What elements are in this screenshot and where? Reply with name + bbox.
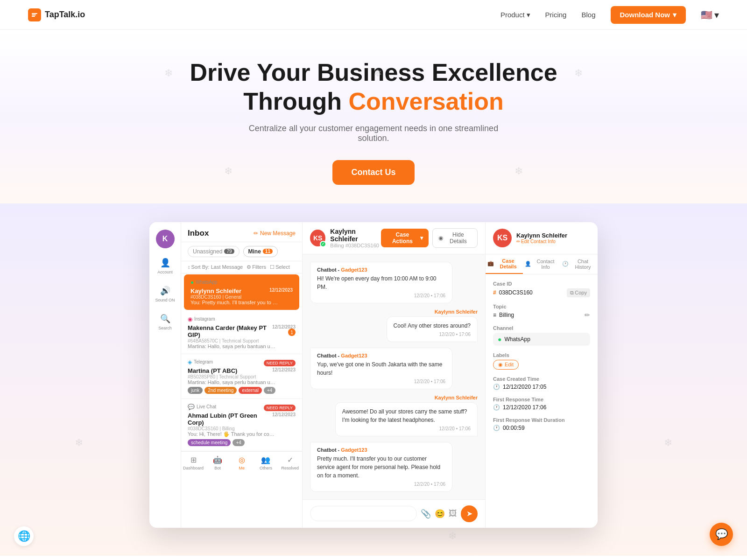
tab-contact-info[interactable]: 👤 Contact Info — [523, 254, 560, 274]
snowflake-4: ❄ — [514, 165, 523, 177]
conv-name: Martina (PT ABC) 12/12/2023 — [188, 367, 296, 374]
nav-logo[interactable]: TapTalk.io — [28, 8, 85, 21]
attachment-icon[interactable]: 📎 — [421, 509, 431, 519]
me-icon: ◎ — [239, 455, 245, 464]
nav-pricing[interactable]: Pricing — [545, 11, 567, 19]
send-button[interactable]: ➤ — [461, 505, 478, 522]
detail-wait-duration: First Response Wait Duration 🕐 00:00:59 — [493, 417, 590, 431]
chat-message: Chatbot - Gadget123 Hi! We're open every… — [310, 262, 452, 303]
flag-chevron: ▾ — [714, 9, 719, 21]
tab-unassigned[interactable]: Unassigned 79 — [188, 246, 240, 257]
chat-message: Kaylynn Schleifer Cool! Any other stores… — [310, 309, 478, 342]
detail-channel: Channel ● WhatsApp — [493, 325, 590, 346]
detail-case-created: Case Created Time 🕐 12/12/2020 17:05 — [493, 376, 590, 390]
conv-tags: schedule meeting +4 — [188, 439, 296, 446]
download-button[interactable]: Download Now ▾ — [611, 6, 686, 24]
edit-contact-button[interactable]: ✏ Edit Contact Info — [516, 239, 567, 244]
details-contact-info: Kaylynn Schleifer ✏ Edit Contact Info — [516, 232, 567, 244]
bottom-nav-bot[interactable]: 🤖 Bot — [205, 452, 230, 474]
details-panel: KS Kaylynn Schleifer ✏ Edit Contact Info… — [486, 222, 598, 528]
contact-us-button[interactable]: Contact Us — [332, 160, 414, 185]
chat-input-field[interactable] — [310, 506, 417, 521]
labels-edit-button[interactable]: ◉ Edit — [493, 360, 519, 370]
need-reply-badge: NEED REPLY — [264, 360, 296, 366]
tab-case-details[interactable]: 💼 Case Details — [486, 254, 523, 274]
conv-platform: ● WhatsApp — [190, 279, 293, 286]
product-chevron: ▾ — [527, 11, 530, 19]
new-message-button[interactable]: ✏ New Message — [254, 230, 296, 237]
conv-tags: junk 2nd meeting external +4 — [188, 387, 296, 394]
bottom-nav-me[interactable]: ◎ Me — [230, 452, 254, 474]
chat-messages: Chatbot - Gadget123 Hi! We're open every… — [303, 254, 485, 499]
unread-badge: 1 — [288, 329, 296, 336]
logo-text: TapTalk.io — [45, 10, 85, 20]
chat-input-bar: 📎 😊 🖼 ➤ — [303, 499, 485, 528]
unassigned-badge: 79 — [224, 249, 234, 254]
conv-name: Makenna Carder (Makey PT GIP) 12/12/2023 — [188, 324, 296, 338]
history-icon: 🕐 — [562, 261, 569, 267]
hero-subtext: Centralize all your customer engagement … — [233, 124, 514, 143]
chat-message: Chatbot - Gadget123 Yup, we've got one i… — [310, 348, 452, 389]
filter-button[interactable]: ⚙ Filters — [247, 264, 266, 270]
details-tabs: 💼 Case Details 👤 Contact Info 🕐 Chat His… — [486, 254, 598, 274]
resolved-icon: ✓ — [287, 455, 293, 464]
sidebar-item-sound[interactable]: 🔊 Sound ON — [153, 282, 176, 306]
conversation-item[interactable]: 💬 Live Chat NEED REPLY Ahmad Lubin (PT G… — [181, 399, 302, 451]
bottom-nav-dashboard[interactable]: ⊞ Dashboard — [181, 452, 205, 474]
floating-globe-button[interactable]: 🌐 — [14, 526, 34, 546]
app-mockup: K 👤 Account 🔊 Sound ON 🔍 Search Inbox ✏ … — [149, 222, 598, 528]
chat-message: Chatbot - Gadget123 Pretty much. I'll tr… — [310, 442, 452, 492]
tab-chat-history[interactable]: 🕐 Chat History — [560, 254, 598, 274]
floating-chat-button[interactable]: 💬 — [710, 523, 733, 546]
inbox-bottom-nav: ⊞ Dashboard 🤖 Bot ◎ Me 👥 Others ✓ Re — [181, 451, 302, 474]
logo-icon — [28, 8, 41, 21]
inbox-sort-bar: ↕ Sort By: Last Message ⚙ Filters ☐ Sele… — [181, 261, 302, 273]
inbox-panel: Inbox ✏ New Message Unassigned 79 Mine 1… — [181, 222, 303, 528]
need-reply-badge: NEED REPLY — [264, 405, 296, 411]
whatsapp-badge: ✓ — [320, 241, 326, 247]
case-icon: 💼 — [487, 260, 494, 266]
chat-bubble-icon: 💬 — [715, 528, 728, 540]
image-icon[interactable]: 🖼 — [449, 509, 457, 518]
chat-header-right: Case Actions ▾ ◉ Hide Details — [381, 228, 478, 248]
download-chevron: ▾ — [673, 11, 677, 19]
instagram-icon: ◉ — [188, 316, 192, 322]
sidebar-item-search[interactable]: 🔍 Search — [156, 310, 174, 334]
livechat-icon: 💬 — [188, 404, 195, 410]
sort-by-button[interactable]: ↕ Sort By: Last Message — [188, 264, 243, 270]
conv-name: Kaylynn Schleifer 12/12/2023 — [190, 287, 293, 294]
topic-edit-button[interactable]: ✏ — [585, 311, 590, 319]
copy-button[interactable]: ⧉ Copy — [567, 288, 590, 297]
select-button[interactable]: ☐ Select — [270, 264, 290, 270]
snowflake-3: ❄ — [224, 165, 233, 177]
bottom-nav-resolved[interactable]: ✓ Resolved — [278, 452, 302, 474]
conversation-item[interactable]: ◉ Instagram Makenna Carder (Makey PT GIP… — [181, 311, 302, 354]
case-actions-button[interactable]: Case Actions ▾ — [381, 229, 429, 247]
conv-platform: ◉ Instagram — [188, 316, 296, 322]
tab-mine[interactable]: Mine 11 — [243, 246, 278, 257]
contact-icon: 👤 — [525, 261, 531, 267]
detail-topic: Topic ≡ Billing ✏ — [493, 304, 590, 319]
language-selector[interactable]: 🇺🇸 ▾ — [701, 9, 719, 21]
chat-header: KS ✓ Kaylynn Schleifer Billing #038DC3S1… — [303, 222, 485, 254]
details-header: KS Kaylynn Schleifer ✏ Edit Contact Info — [486, 222, 598, 254]
sidebar-item-account[interactable]: 👤 Account — [155, 254, 175, 278]
chat-panel: KS ✓ Kaylynn Schleifer Billing #038DC3S1… — [303, 222, 486, 528]
details-content: Case ID # 038DC3S160 ⧉ Copy Topic — [486, 274, 598, 438]
chat-contact-info: Kaylynn Schleifer Billing #038DC3S160 — [330, 228, 381, 248]
mockup-section: ❄ ❄ ❄ K 👤 Account 🔊 Sound ON 🔍 Search In… — [0, 203, 747, 556]
hide-details-button[interactable]: ◉ Hide Details — [432, 228, 478, 248]
details-avatar: KS — [493, 229, 512, 247]
channel-value: ● WhatsApp — [493, 333, 590, 346]
nav-product[interactable]: Product ▾ — [500, 11, 530, 19]
conversation-item[interactable]: ● WhatsApp Kaylynn Schleifer 12/12/2023 … — [184, 274, 299, 310]
snowflake-6: ❄ — [75, 437, 83, 449]
detail-case-id: Case ID # 038DC3S160 ⧉ Copy — [493, 281, 590, 297]
bottom-nav-others[interactable]: 👥 Others — [254, 452, 278, 474]
conv-name: Ahmad Lubin (PT Green Corp) 12/12/2023 — [188, 412, 296, 426]
detail-labels: Labels ◉ Edit — [493, 352, 590, 370]
clock-icon: 🕐 — [493, 384, 500, 390]
conversation-item[interactable]: ◈ Telegram NEED REPLY Martina (PT ABC) 1… — [181, 354, 302, 399]
nav-blog[interactable]: Blog — [581, 11, 595, 19]
emoji-icon[interactable]: 😊 — [435, 509, 445, 519]
